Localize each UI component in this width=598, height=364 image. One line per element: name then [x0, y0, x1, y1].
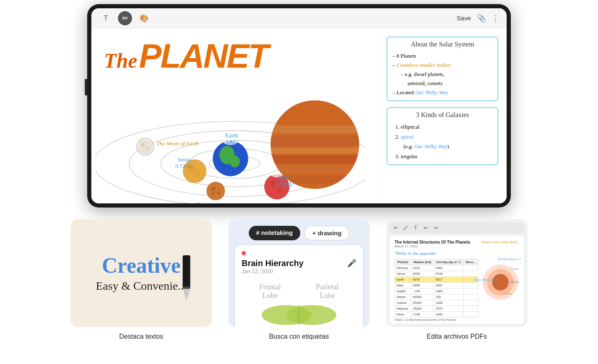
list-item: Located Our Milky Way [392, 88, 493, 97]
note-card-mini: Brain Hierarchy Jan 12, 2020 🎤 FrontalLo… [235, 245, 363, 327]
attach-icon[interactable]: 📎 [477, 14, 486, 23]
save-button[interactable]: Save [457, 15, 471, 22]
tablet-frame: T ✏ 🎨 Save 📎 ⋮ [87, 4, 511, 208]
svg-text:Core: Core [505, 292, 511, 296]
svg-text:Venus: Venus [177, 156, 191, 163]
stylus-svg [170, 255, 203, 301]
svg-rect-12 [270, 166, 359, 173]
svg-text:Earth: Earth [225, 132, 238, 139]
svg-point-16 [141, 143, 145, 147]
toolbar-tools: T ✏ 🎨 [99, 11, 151, 25]
svg-text:Mars: Mars [278, 174, 291, 181]
list-item: Countless smaller bodies [392, 61, 493, 70]
pen-tool-button[interactable]: ✏ [118, 11, 132, 25]
text-tool-button[interactable]: T [99, 11, 113, 25]
solar-system-title: About the Solar System [392, 41, 493, 48]
pdf-title: The Internal Structures Of The Planets [395, 240, 470, 244]
solar-system-svg: The Moon of Earth Mercury 0.39AU [96, 61, 365, 203]
feature-card-tags: # notetaking + drawing Brain Hierarchy J… [228, 219, 370, 340]
svg-text:1.53AU: 1.53AU [275, 181, 294, 188]
svg-text:Mercury: Mercury [196, 201, 215, 203]
table-caption: [Table 1-1] Mechanical properties of the… [395, 318, 478, 321]
drawing-tag[interactable]: + drawing [304, 226, 349, 240]
svg-point-50 [287, 305, 336, 325]
canvas-area: The PLANET [91, 28, 507, 203]
col-density: Density (kg m⁻³) [434, 259, 463, 265]
table-row: Mars33983937 [395, 283, 478, 288]
svg-rect-8 [270, 126, 359, 133]
svg-point-27 [195, 171, 200, 176]
notetaking-tag[interactable]: # notetaking [249, 226, 300, 240]
table-row: Jupiter~1501360 [395, 288, 478, 294]
feature-card-pdf: ✏ 🖊 T ↩ ↪ The Internal Structures Of The… [386, 219, 527, 340]
milky-way-text2: Our Milky Way [414, 143, 447, 149]
drawing-area: The PLANET [91, 28, 378, 203]
list-item: elliptical [401, 122, 493, 132]
svg-rect-48 [183, 286, 190, 289]
parietal-lobe: ParietalLobe [316, 283, 339, 300]
note-date: Jan 12, 2020 [242, 268, 304, 274]
pdf-tool-2[interactable]: 🖊 [402, 224, 409, 232]
tablet-section: T ✏ 🎨 Save 📎 ⋮ [0, 0, 598, 208]
table-row: Saturn60000700 [395, 294, 478, 300]
svg-point-54 [492, 274, 509, 291]
note-title: Brain Hierarchy [242, 259, 304, 268]
svg-rect-46 [183, 255, 190, 288]
col-planets: Planets [395, 259, 411, 265]
pdf-table-area: Planets Radius (km) Density (kg m⁻³) Str… [395, 257, 519, 321]
notes-area: About the Solar System 8 Planets Countle… [378, 28, 507, 203]
svg-point-20 [211, 187, 216, 191]
app-toolbar: T ✏ 🎨 Save 📎 ⋮ [91, 8, 507, 28]
table-row: Uranus254001330 [395, 300, 478, 306]
brain-svg [257, 303, 341, 327]
pdf-tool-1[interactable]: ✏ [392, 224, 399, 232]
text-tool-icon: T [104, 15, 108, 22]
more-options-icon[interactable]: ⋮ [492, 14, 499, 23]
feature-card-highlight: Creative Easy & Convenie... Destaca text… [71, 219, 212, 340]
pdf-content: The Internal Structures Of The Planets M… [390, 236, 524, 324]
svg-point-21 [217, 191, 221, 195]
highlight-content: Creative Easy & Convenie... [96, 254, 187, 292]
color-tool-icon: 🎨 [140, 14, 149, 23]
spiral-text: spiral [401, 134, 413, 140]
brain-lobes: FrontalLobe ParietalLobe [242, 283, 356, 300]
pdf-toolbar-mini: ✏ 🖊 T ↩ ↪ [390, 222, 524, 233]
solar-system-box: About the Solar System 8 Planets Countle… [387, 37, 498, 101]
svg-marker-47 [183, 288, 190, 301]
red-dot [242, 251, 246, 255]
highlight-label: Destaca textos [119, 333, 163, 340]
color-tool-button[interactable]: 🎨 [137, 11, 151, 25]
liquid-layer-note: a liquid layer [395, 323, 519, 324]
card-pdf-visual: ✏ 🖊 T ↩ ↪ The Internal Structures Of The… [386, 219, 527, 327]
card-tags-visual: # notetaking + drawing Brain Hierarchy J… [228, 219, 370, 327]
svg-point-33 [227, 149, 234, 154]
highlight-text: Countless smaller bodies [397, 62, 451, 68]
pdf-label: Edita archivos PDFs [427, 333, 487, 340]
svg-rect-9 [270, 136, 359, 145]
when-essay-annotation: When is the essay dead... [481, 240, 519, 244]
note-info: Brain Hierarchy Jan 12, 2020 [242, 259, 304, 279]
toolbar-right: Save 📎 ⋮ [457, 14, 499, 23]
col-radius: Radius (km) [411, 259, 434, 265]
list-item: 8 Planets [392, 51, 493, 61]
planet-cross-section: Crust Mantle Core [482, 257, 519, 307]
svg-point-17 [146, 147, 148, 149]
tags-label: Busca con etiquetas [269, 333, 329, 340]
share-note: Share this to Tim! [473, 278, 498, 282]
pdf-tool-3[interactable]: T [412, 224, 419, 232]
divided-layers: Divided layers ↗ [498, 257, 521, 261]
svg-point-32 [230, 156, 240, 167]
pdf-tool-redo[interactable]: ↪ [432, 224, 439, 232]
frontal-lobe: FrontalLobe [259, 283, 281, 300]
svg-text:Mantle: Mantle [510, 280, 519, 284]
table-row-earth: Earth63785517 [395, 277, 478, 283]
galaxies-list: elliptical spiral (e.g. Our Milky Way) i… [392, 122, 493, 161]
svg-text:Crust: Crust [512, 267, 519, 271]
svg-text:1AU: 1AU [226, 139, 238, 145]
tablet-screen: T ✏ 🎨 Save 📎 ⋮ [91, 8, 507, 203]
table-row: Mercury24435400 [395, 265, 478, 271]
mic-icon[interactable]: 🎤 [347, 259, 356, 268]
pdf-header: The Internal Structures Of The Planets M… [395, 240, 470, 251]
pdf-date: March 17, 2020 [395, 244, 470, 248]
pdf-tool-undo[interactable]: ↩ [422, 224, 429, 232]
